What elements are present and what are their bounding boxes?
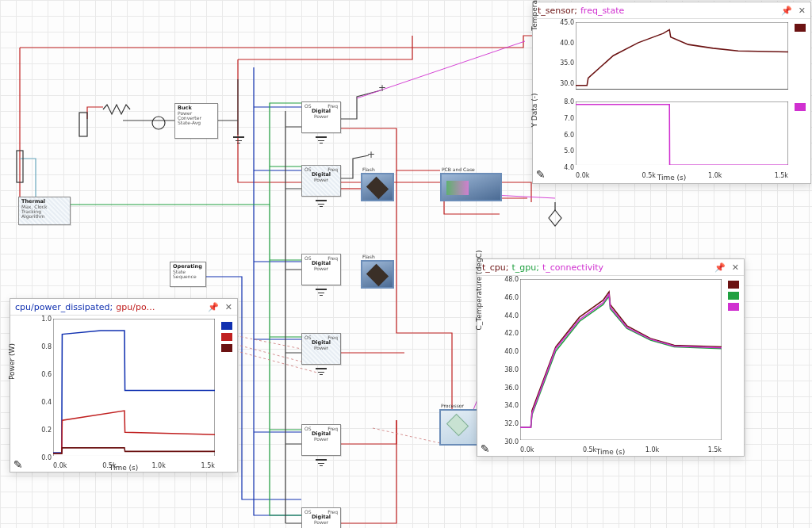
close-icon[interactable]: ✕: [225, 302, 232, 312]
panel-title-c: t_connectivity: [542, 262, 603, 273]
x-axis-label: Time (s): [596, 448, 626, 456]
buck-sub3: State-Avg: [178, 121, 215, 125]
panel-title-a: t_sensor;: [538, 6, 577, 16]
pin-icon[interactable]: 📌: [781, 6, 792, 16]
power-dissipated-panel[interactable]: cpu/power_dissipated; gpu/po… 📌 ✕ Power …: [10, 298, 238, 473]
digital-sub: Power: [304, 114, 338, 119]
x-axis-label: Time (s): [109, 464, 139, 472]
flash-block-1[interactable]: Flash: [361, 173, 394, 201]
freqstate-chart: [576, 101, 788, 165]
y-ticks: 1.00.80.60.40.20.0: [31, 316, 52, 461]
panel-title-a: cpu/power_dissipated;: [15, 302, 113, 312]
thermal-block[interactable]: Thermal Max. Clock Tracking Algorithm: [18, 197, 71, 225]
flash-label: Flash: [362, 254, 375, 259]
y-axis-label: Temperature (deg: [530, 0, 538, 31]
ground-icon: [316, 459, 327, 469]
y-axis-label: Y Data (-): [530, 94, 538, 128]
svg-rect-2: [17, 151, 23, 182]
panel-title-b: gpu/po…: [116, 302, 155, 312]
digital-power-block-4[interactable]: OSFreq Digital Power: [301, 333, 341, 365]
panel-header[interactable]: t_sensor; freq_state 📌 ✕: [533, 2, 810, 19]
panel-title-b: t_gpu;: [512, 262, 539, 273]
svg-rect-6: [576, 101, 788, 165]
digital-power-block-6[interactable]: OSFreq Digital Power: [301, 507, 341, 528]
panel-title-b: freq_state: [580, 6, 624, 16]
processor-block[interactable]: Processor: [439, 409, 482, 446]
pin-icon[interactable]: 📌: [208, 302, 219, 312]
y-ticks: 8.07.06.05.04.0: [553, 98, 574, 171]
pencil-icon[interactable]: ✎: [481, 442, 490, 455]
y-axis-label: C_Temperature (degC): [475, 251, 483, 331]
power-dissipated-chart: [53, 319, 215, 456]
close-icon[interactable]: ✕: [732, 262, 739, 273]
panel-header[interactable]: cpu/power_dissipated; gpu/po… 📌 ✕: [10, 299, 237, 316]
tcpu-panel[interactable]: t_cpu; t_gpu; t_connectivity 📌 ✕ C_Tempe…: [477, 258, 745, 457]
flash-label: Flash: [362, 166, 375, 172]
legend: [728, 281, 739, 311]
digital-power-block-5[interactable]: OSFreq Digital Power: [301, 424, 341, 456]
ground-icon: [316, 200, 327, 209]
thermal-sub3: Algorithm: [21, 214, 67, 219]
pencil-icon[interactable]: ✎: [13, 458, 23, 471]
buck-converter-block[interactable]: Buck Power Converter State-Avg: [174, 103, 218, 139]
y-axis-label: Power (W): [8, 343, 16, 380]
ground-icon: [316, 368, 327, 377]
tsensor-chart: [576, 22, 788, 90]
y-ticks: 45.040.035.030.0: [553, 19, 574, 87]
ground-icon: [233, 136, 244, 146]
model-canvas[interactable]: Buck Power Converter State-Avg Thermal M…: [0, 0, 812, 528]
svg-rect-4: [53, 319, 215, 456]
close-icon[interactable]: ✕: [799, 6, 806, 16]
panel-title-a: t_cpu;: [482, 262, 509, 273]
legend: [221, 322, 232, 352]
tsensor-panel[interactable]: t_sensor; freq_state 📌 ✕ Temperature (de…: [532, 2, 811, 184]
operating-sub2: Sequence: [173, 274, 203, 279]
ground-icon: [316, 136, 327, 146]
ground-icon: [316, 289, 327, 298]
digital-os: OS: [304, 104, 312, 109]
sum-node-icon: +: [366, 151, 376, 160]
svg-rect-1: [79, 113, 87, 136]
legend: [795, 24, 806, 32]
flash-block-2[interactable]: Flash: [361, 260, 394, 289]
digital-power-block-1[interactable]: OSFreq Digital Power: [301, 101, 341, 133]
y-ticks: 48.046.044.042.040.038.036.034.032.030.0: [498, 276, 519, 446]
digital-power-block-2[interactable]: OSFreq Digital Power: [301, 165, 341, 197]
pin-icon[interactable]: 📌: [714, 262, 726, 273]
pcb-case-block[interactable]: PCB and Case: [440, 173, 502, 201]
operating-block[interactable]: Operating State Sequence: [170, 262, 206, 287]
pencil-icon[interactable]: ✎: [536, 168, 546, 181]
sum-node-icon: +: [377, 84, 387, 94]
x-axis-label: Time (s): [657, 174, 687, 182]
svg-rect-5: [576, 22, 788, 90]
tcpu-chart: [520, 279, 722, 440]
pcb-label: PCB and Case: [442, 166, 475, 172]
svg-point-0: [152, 117, 165, 129]
digital-power-block-3[interactable]: OSFreq Digital Power: [301, 254, 341, 285]
processor-label: Processor: [441, 403, 464, 408]
legend: [795, 103, 806, 111]
panel-header[interactable]: t_cpu; t_gpu; t_connectivity 📌 ✕: [477, 259, 744, 276]
